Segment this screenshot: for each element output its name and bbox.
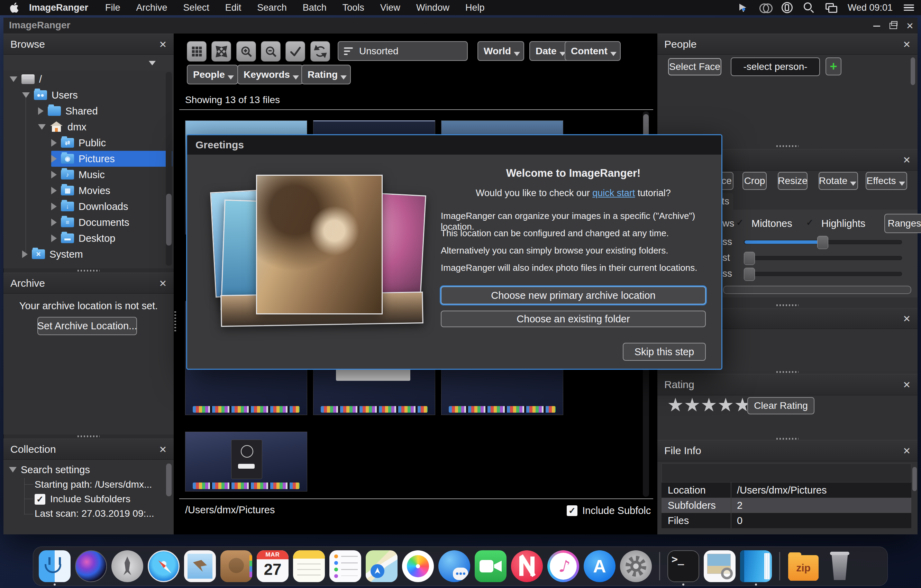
close-archive-panel-icon[interactable] xyxy=(159,278,167,289)
file-info-row-files[interactable]: Files0 xyxy=(662,513,911,528)
star-icon[interactable]: ★ xyxy=(701,395,717,414)
menu-item-help[interactable]: Help xyxy=(457,0,493,15)
clear-rating-button[interactable]: Clear Rating xyxy=(747,397,814,414)
fullscreen-button[interactable] xyxy=(212,41,231,62)
tree-item-desktop[interactable]: Desktop xyxy=(51,231,115,246)
photo-thumbnail[interactable] xyxy=(185,432,307,492)
filter-world-dropdown[interactable]: World xyxy=(477,41,524,61)
star-icon[interactable]: ★ xyxy=(667,395,683,414)
pointer-tool-icon[interactable] xyxy=(737,2,749,13)
dock-item-safari[interactable] xyxy=(148,550,179,582)
refresh-button[interactable] xyxy=(310,41,330,62)
grid-view-button[interactable] xyxy=(187,41,207,62)
choose-new-archive-location-button[interactable]: Choose new primary archive location xyxy=(441,286,706,304)
file-info-row-subfolders[interactable]: Subfolders2 xyxy=(662,498,911,513)
tree-item-music[interactable]: Music xyxy=(51,167,105,183)
chevron-collapsed-icon[interactable] xyxy=(51,234,57,242)
panel-splitter-handle[interactable] xyxy=(776,145,799,147)
skip-this-step-button[interactable]: Skip this step xyxy=(623,343,706,361)
displays-icon[interactable] xyxy=(825,2,837,13)
filter-date-dropdown[interactable]: Date xyxy=(529,41,570,61)
panel-splitter-handle[interactable] xyxy=(776,371,799,373)
chevron-collapsed-icon[interactable] xyxy=(51,155,57,162)
password-manager-icon[interactable] xyxy=(781,2,793,13)
chevron-collapsed-icon[interactable] xyxy=(51,219,57,226)
tree-item-users[interactable]: Users xyxy=(22,87,78,103)
menu-item-tools[interactable]: Tools xyxy=(335,0,372,15)
apple-menu-icon[interactable] xyxy=(8,2,20,13)
menu-item-select[interactable]: Select xyxy=(176,0,217,15)
ranges-button[interactable]: Ranges xyxy=(884,214,921,233)
sidebar-splitter-handle[interactable] xyxy=(174,311,176,332)
effects-dropdown[interactable]: Effects xyxy=(866,172,907,190)
tree-item-public[interactable]: Public xyxy=(51,135,106,151)
sort-dropdown[interactable]: Unsorted xyxy=(338,41,468,61)
zoom-out-button[interactable] xyxy=(261,41,281,62)
tree-item-root[interactable]: / xyxy=(10,71,42,87)
browse-filter-combobox[interactable] xyxy=(3,55,174,71)
dock-item-notes[interactable] xyxy=(293,550,325,582)
contrast-slider[interactable] xyxy=(744,256,902,260)
rotate-dropdown[interactable]: Rotate xyxy=(818,172,858,190)
chevron-collapsed-icon[interactable] xyxy=(51,171,57,179)
choose-existing-folder-button[interactable]: Choose an existing folder xyxy=(441,310,706,327)
close-rating-panel-icon[interactable] xyxy=(903,379,911,390)
sharpness-slider[interactable] xyxy=(744,272,902,276)
brightness-slider-handle[interactable] xyxy=(817,236,828,249)
add-person-button[interactable]: + xyxy=(825,57,841,75)
tree-item-movies[interactable]: Movies xyxy=(51,183,111,198)
close-browse-panel-icon[interactable] xyxy=(159,38,167,50)
dock-item-facetime[interactable] xyxy=(475,550,506,582)
filter-content-dropdown[interactable]: Content xyxy=(565,41,621,61)
chevron-collapsed-icon[interactable] xyxy=(51,139,57,147)
chevron-expanded-icon[interactable] xyxy=(10,76,17,82)
crop-button[interactable]: Crop xyxy=(742,172,767,190)
restore-button[interactable] xyxy=(886,20,901,31)
dock-item-system-preferences[interactable] xyxy=(620,550,652,582)
dock-item-messages[interactable] xyxy=(438,550,470,582)
close-collection-panel-icon[interactable] xyxy=(159,443,167,455)
dock-item-imageranger[interactable] xyxy=(740,550,772,582)
minimize-button[interactable] xyxy=(869,20,884,31)
file-info-scrollbar-thumb[interactable] xyxy=(912,467,917,491)
tree-item-pictures-selected[interactable]: Pictures xyxy=(51,151,172,167)
set-archive-location-button[interactable]: Set Archive Location... xyxy=(37,317,137,335)
dock-item-mail[interactable] xyxy=(184,550,216,582)
select-confirm-button[interactable] xyxy=(285,41,305,62)
window-titlebar[interactable] xyxy=(3,18,918,34)
select-person-dropdown[interactable]: -select person- xyxy=(731,57,820,76)
resize-button[interactable]: Resize xyxy=(778,172,807,190)
tree-item-dmx[interactable]: dmx xyxy=(38,119,86,135)
creative-cloud-icon[interactable] xyxy=(759,2,771,13)
menu-item-archive[interactable]: Archive xyxy=(129,0,176,15)
menu-item-search[interactable]: Search xyxy=(249,0,295,15)
dock-item-terminal[interactable]: >_ xyxy=(667,550,699,582)
filter-rating-dropdown[interactable]: Rating xyxy=(301,65,351,84)
chevron-collapsed-icon[interactable] xyxy=(51,203,57,210)
dock-item-zip-archive[interactable]: zip xyxy=(788,550,819,582)
close-window-button[interactable] xyxy=(902,20,918,31)
dock-item-preview[interactable] xyxy=(704,550,735,582)
menu-item-edit[interactable]: Edit xyxy=(217,0,249,15)
include-subfolders-status[interactable]: Include Subfolc xyxy=(567,504,653,517)
panel-splitter-handle[interactable] xyxy=(776,304,799,306)
dock-item-finder[interactable] xyxy=(39,550,71,582)
menu-item-batch[interactable]: Batch xyxy=(295,0,335,15)
quick-start-link[interactable]: quick start xyxy=(592,188,635,198)
dock-item-trash[interactable] xyxy=(824,550,856,582)
tree-item-documents[interactable]: Documents xyxy=(51,214,129,231)
dock-item-siri[interactable] xyxy=(75,550,107,582)
collection-last-scan[interactable]: Last scan: 27.03.2019 09:... xyxy=(34,507,166,521)
collection-scrollbar-thumb[interactable] xyxy=(166,463,172,496)
filter-keywords-dropdown[interactable]: Keywords xyxy=(238,65,303,84)
star-rating[interactable]: ★ ★ ★ ★ ★ xyxy=(667,395,751,414)
dock-item-news[interactable] xyxy=(511,550,543,582)
menu-app-name[interactable]: ImageRanger xyxy=(20,2,97,13)
close-hidden-panel-icon[interactable] xyxy=(903,313,911,325)
tree-item-downloads[interactable]: Downloads xyxy=(51,198,128,214)
collection-include-subfolders[interactable]: Include Subfolders xyxy=(34,492,130,506)
notification-center-icon[interactable] xyxy=(903,2,915,13)
dock-item-contacts[interactable] xyxy=(220,550,252,582)
edit-panel-scrollbar[interactable] xyxy=(723,286,911,294)
tree-item-system[interactable]: System xyxy=(22,246,83,262)
